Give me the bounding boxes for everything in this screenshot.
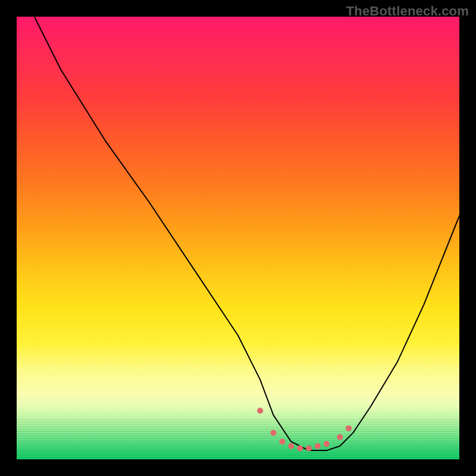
plot-area: [17, 17, 459, 459]
trough-marker: [315, 443, 321, 449]
trough-marker: [346, 425, 352, 431]
trough-marker: [288, 443, 294, 449]
trough-marker: [297, 445, 303, 451]
curve-svg: [17, 17, 459, 459]
watermark-text: TheBottleneck.com: [346, 4, 469, 19]
trough-marker: [279, 439, 285, 444]
trough-marker: [257, 408, 263, 414]
trough-markers: [257, 408, 352, 451]
trough-marker: [271, 430, 277, 436]
bottleneck-curve-path: [35, 17, 459, 450]
chart-frame: TheBottleneck.com: [0, 0, 476, 476]
bottleneck-curve: [35, 17, 459, 450]
trough-marker: [324, 441, 330, 447]
trough-marker: [337, 434, 343, 440]
trough-marker: [306, 445, 312, 451]
